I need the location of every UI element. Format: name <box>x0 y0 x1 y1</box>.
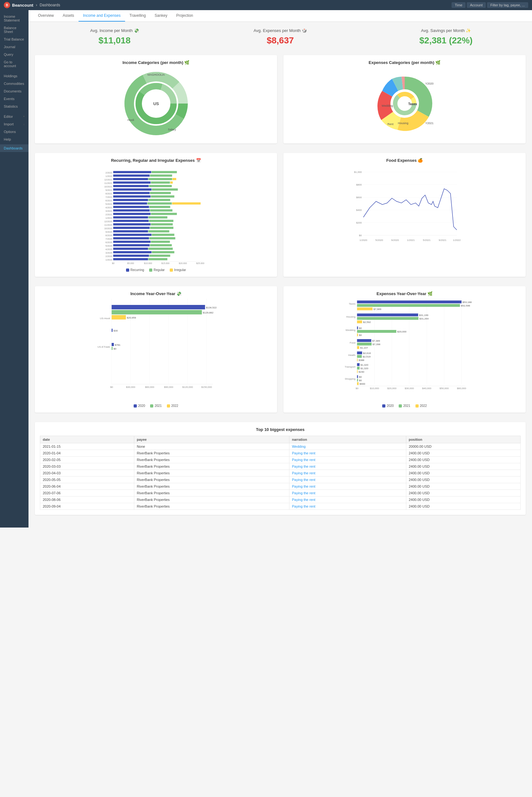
main-content: Overview Assets Income and Expenses Trav… <box>28 10 532 528</box>
svg-rect-24 <box>152 171 177 173</box>
sidebar-item-options[interactable]: Options <box>0 128 28 135</box>
sidebar-item-trial-balance[interactable]: Trial Balance <box>0 36 28 43</box>
svg-rect-57 <box>150 206 170 208</box>
svg-text:$0: $0 <box>110 386 113 388</box>
svg-text:$30,000: $30,000 <box>405 387 414 390</box>
svg-text:11/2020: 11/2020 <box>104 224 112 226</box>
sidebar-item-balance-sheet[interactable]: Balance Sheet <box>0 24 28 36</box>
svg-text:$0: $0 <box>359 376 362 378</box>
sidebar-item-dashboards[interactable]: Dashboards <box>0 145 28 152</box>
income-yoy-legend: 2020 2021 2022 <box>40 404 272 407</box>
svg-rect-201 <box>357 367 360 369</box>
tab-overview[interactable]: Overview <box>34 10 58 21</box>
cell-narration[interactable]: Paying the rent <box>289 477 406 483</box>
svg-text:7/2020: 7/2020 <box>106 238 112 240</box>
sidebar-item-income-statement[interactable]: Income Statement <box>0 13 28 24</box>
svg-text:5/2020: 5/2020 <box>375 239 383 242</box>
sidebar-item-statistics[interactable]: Statistics <box>0 102 28 110</box>
svg-text:3/2021: 3/2021 <box>106 210 112 212</box>
income-yoy-chart: Income Year-Over-Year 💸 US-Hooli <box>35 286 277 413</box>
svg-text:$5,000: $5,000 <box>127 262 134 264</box>
cell-narration[interactable]: Paying the rent <box>289 496 406 503</box>
cell-narration[interactable]: Paying the rent <box>289 463 406 470</box>
svg-text:9/2020: 9/2020 <box>106 231 112 233</box>
svg-text:$800: $800 <box>356 183 362 186</box>
import-icon: ↓ <box>23 122 25 126</box>
svg-rect-208 <box>357 379 358 382</box>
filter-button[interactable]: Filter by tag, payee, ... <box>487 2 528 8</box>
svg-rect-140 <box>112 315 126 320</box>
sidebar-item-commodities[interactable]: Commodities <box>0 80 28 88</box>
account-button[interactable]: Account <box>467 2 486 8</box>
svg-text:Wedding: Wedding <box>345 329 355 331</box>
tab-sankey[interactable]: Sankey <box>150 10 172 21</box>
cell-narration[interactable]: Paying the rent <box>289 503 406 510</box>
sidebar-item-journal[interactable]: Journal <box>0 43 28 51</box>
svg-text:Health: Health <box>348 354 355 357</box>
svg-rect-83 <box>113 237 149 240</box>
sidebar: Income Statement Balance Sheet Trial Bal… <box>0 10 28 528</box>
svg-text:Shopping: Shopping <box>345 377 356 380</box>
sidebar-item-events[interactable]: Events <box>0 95 28 102</box>
col-narration: narration <box>289 436 406 443</box>
cell-narration[interactable]: Paying the rent <box>289 470 406 477</box>
yoy-row: Income Year-Over-Year 💸 US-Hooli <box>35 286 526 413</box>
income-donut-svg: US MAGHOOLIA Hooli Salary <box>121 69 191 138</box>
svg-text:$60,000: $60,000 <box>145 386 154 388</box>
svg-rect-56 <box>113 206 149 208</box>
svg-text:6/2021: 6/2021 <box>106 200 112 202</box>
svg-rect-27 <box>150 174 172 177</box>
svg-text:5/2021: 5/2021 <box>423 239 431 242</box>
yoy-2021-dot <box>150 404 153 407</box>
svg-rect-80 <box>113 234 152 236</box>
avg-income-value: $11,018 <box>35 36 194 45</box>
svg-text:8/2020: 8/2020 <box>106 234 112 236</box>
cell-payee: RiverBank Properties <box>134 503 289 510</box>
cell-date: 2020-02-05 <box>40 457 134 463</box>
sidebar-item-editor[interactable]: Editor+ <box>0 113 28 120</box>
recurring-dot <box>126 268 129 272</box>
tab-projection[interactable]: Projection <box>172 10 197 21</box>
svg-rect-171 <box>357 314 418 316</box>
cell-narration[interactable]: Paying the rent <box>289 490 406 496</box>
brand: B Beancount <box>4 2 33 8</box>
table-row: 2020-07-06 RiverBank Properties Paying t… <box>40 490 520 496</box>
svg-rect-147 <box>112 347 113 350</box>
svg-rect-34 <box>151 182 170 184</box>
svg-text:Y2021: Y2021 <box>425 121 434 125</box>
cell-narration[interactable]: Paying the rent <box>289 457 406 463</box>
tab-assets[interactable]: Assets <box>58 10 78 21</box>
svg-rect-168 <box>357 307 373 310</box>
cell-narration[interactable]: Paying the rent <box>289 483 406 490</box>
svg-text:5/2020: 5/2020 <box>106 245 112 247</box>
food-expenses-chart: Food Expenses 🍊 $1,000 $800 $600 $400 $2… <box>283 153 526 277</box>
sidebar-item-import[interactable]: Import↓ <box>0 120 28 128</box>
cell-narration[interactable]: Wedding <box>289 443 406 450</box>
tab-travelling[interactable]: Travelling <box>125 10 150 21</box>
svg-rect-43 <box>113 192 150 194</box>
cell-narration[interactable]: Paying the rent <box>289 450 406 457</box>
svg-text:$7,398: $7,398 <box>373 343 381 346</box>
tab-income-expenses[interactable]: Income and Expenses <box>78 10 125 21</box>
sidebar-item-go-to-account[interactable]: Go to account <box>0 58 28 70</box>
svg-text:4/2020: 4/2020 <box>106 248 112 250</box>
svg-rect-71 <box>113 223 151 225</box>
yoy-2022-dot <box>167 404 170 407</box>
svg-text:$30,000: $30,000 <box>126 386 135 388</box>
expense-donut-svg: Y2020 Y2021 Taxes Housing Rent Wedding <box>367 69 443 138</box>
svg-rect-65 <box>113 216 148 219</box>
cell-position: 2400.00 USD <box>406 496 520 503</box>
svg-text:2/2020: 2/2020 <box>106 255 112 258</box>
svg-text:Taxes: Taxes <box>408 102 417 106</box>
sidebar-item-documents[interactable]: Documents <box>0 88 28 95</box>
svg-rect-178 <box>357 326 358 329</box>
income-categories-chart: Income Categories (per month) 🌿 <box>35 55 277 144</box>
sidebar-item-holdings[interactable]: Holdings <box>0 72 28 80</box>
sidebar-item-query[interactable]: Query <box>0 51 28 58</box>
expense-donut: Y2020 Y2021 Taxes Housing Rent Wedding <box>288 69 520 138</box>
expenses-yoy-chart: Expenses Year-Over-Year 🌿 Taxes $ <box>283 286 526 413</box>
recurring-title: Recurring, Regular and Irregular Expense… <box>40 158 272 163</box>
breadcrumb-page: Dashboards <box>40 3 60 7</box>
sidebar-item-help[interactable]: Help <box>0 135 28 143</box>
time-button[interactable]: Time <box>452 2 466 8</box>
